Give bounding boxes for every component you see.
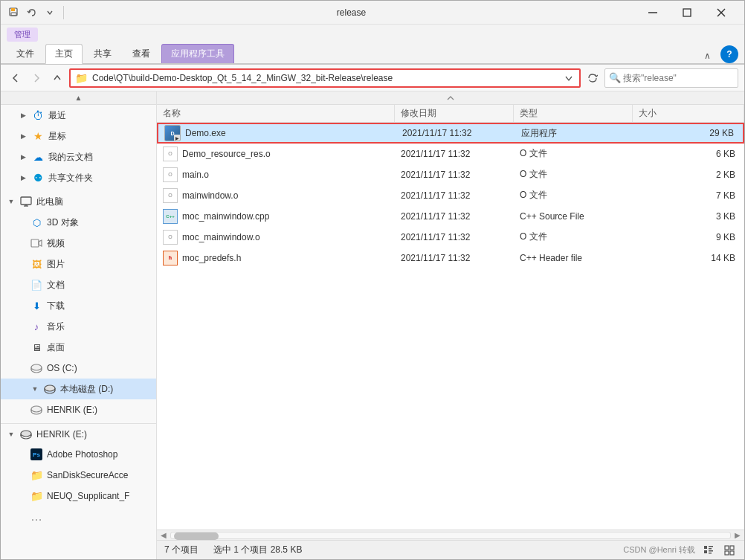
col-type-label: 类型 [520, 107, 538, 120]
svg-marker-11 [39, 240, 42, 246]
disk-c-icon [30, 362, 42, 374]
disk-e-icon [30, 404, 42, 416]
minimize-button[interactable] [636, 1, 670, 25]
tab-share[interactable]: 共享 [84, 44, 121, 63]
svg-point-27 [21, 431, 31, 437]
h-file-icon: h [163, 251, 178, 265]
close-button[interactable] [704, 1, 738, 25]
diskd-expand-arrow: ▼ [30, 384, 39, 393]
sidebar-label-diskd: 本地磁盘 (D:) [60, 383, 113, 396]
content-pane: 名称 修改日期 类型 大小 [157, 91, 744, 559]
back-button[interactable] [7, 69, 25, 87]
scroll-track[interactable] [170, 532, 731, 539]
file-name-3: mainwindow.o [182, 190, 238, 201]
up-button[interactable] [48, 69, 66, 87]
sidebar-up-arrow[interactable]: ▲ [1, 91, 156, 105]
sidebar-item-shared-folder[interactable]: ▶ ⚉ 共享文件夹 [1, 167, 156, 188]
refresh-button[interactable] [584, 69, 602, 87]
qa-dropdown-button[interactable] [42, 5, 57, 20]
file-name-1: Demo_resource_res.o [182, 149, 271, 159]
sidebar-label-osc: OS (C:) [47, 363, 77, 373]
search-icon: 🔍 [609, 72, 621, 83]
svg-point-19 [45, 385, 55, 391]
scroll-thumb[interactable] [174, 532, 219, 540]
ribbon-collapse-button[interactable]: ∧ [700, 48, 715, 63]
sidebar-label-cloud: 我的云文档 [48, 151, 93, 164]
ribbon-manage-tab[interactable]: 管理 [7, 28, 38, 42]
col-size[interactable]: 大小 [633, 105, 744, 122]
file-type-3: O 文件 [520, 189, 547, 202]
col-name[interactable]: 名称 [157, 105, 395, 122]
file-row[interactable]: h moc_predefs.h 2021/11/17 11:32 C++ Hea… [157, 248, 744, 268]
ribbon-content [1, 63, 744, 64]
tab-home[interactable]: 主页 [45, 44, 83, 64]
tab-view[interactable]: 查看 [123, 44, 160, 63]
file-type-2: O 文件 [520, 168, 547, 181]
forward-button[interactable] [28, 69, 45, 87]
tab-file[interactable]: 文件 [7, 44, 44, 63]
sidebar-item-desktop[interactable]: 🖥 桌面 [1, 337, 156, 358]
sidebar-item-video[interactable]: 视频 [1, 233, 156, 254]
address-dropdown-icon[interactable] [563, 72, 575, 84]
clock-icon: ⏱ [32, 109, 44, 121]
svg-rect-28 [704, 546, 707, 549]
col-type[interactable]: 类型 [514, 105, 633, 122]
help-button[interactable]: ? [720, 45, 738, 63]
sidebar-item-recent[interactable]: ▶ ⏱ 最近 [1, 105, 156, 126]
scroll-up-indicator[interactable] [157, 91, 744, 105]
large-icons-view-button[interactable] [722, 543, 737, 558]
maximize-button[interactable] [670, 1, 704, 25]
file-row[interactable]: O main.o 2021/11/17 11:32 O 文件 2 KB [157, 164, 744, 185]
col-date-label: 修改日期 [401, 107, 436, 120]
search-input[interactable] [604, 68, 738, 88]
col-date[interactable]: 修改日期 [395, 105, 514, 122]
sidebar-item-photoshop[interactable]: Ps Adobe Photoshop [1, 444, 156, 465]
svg-rect-1 [11, 8, 15, 11]
sidebar-item-osc[interactable]: OS (C:) [1, 358, 156, 379]
address-bar[interactable]: 📁 Code\QT\build-Demo-Desktop_Qt_5_14_2_M… [69, 68, 581, 88]
scroll-left-button[interactable]: ◀ [158, 532, 169, 539]
window: release 管理 文件 主页 共享 查看 应用程序工具 ∧ ? [0, 0, 745, 560]
sidebar-label-video: 视频 [47, 237, 65, 250]
file-name-2: main.o [182, 170, 209, 180]
sidebar-item-neuq[interactable]: 📁 NEUQ_Supplicant_F [1, 486, 156, 506]
sidebar-item-3d[interactable]: ⬡ 3D 对象 [1, 212, 156, 233]
sidebar-item-starred[interactable]: ▶ ★ 星标 [1, 126, 156, 147]
scroll-right-button[interactable]: ▶ [732, 532, 743, 539]
file-row[interactable]: O moc_mainwindow.o 2021/11/17 11:32 O 文件… [157, 227, 744, 248]
status-selected: 选中 1 个项目 28.5 KB [213, 544, 302, 556]
sidebar-item-disk-d[interactable]: ▼ 本地磁盘 (D:) [1, 379, 156, 399]
file-row[interactable]: D ▶ Demo.exe 2021/11/17 11:32 应用程序 29 KB [157, 123, 744, 144]
sidebar-item-henrik-e1[interactable]: HENRIK (E:) [1, 399, 156, 420]
file-type-4: C++ Source File [520, 211, 584, 222]
search-wrapper: 🔍 [604, 68, 738, 88]
save-qa-button[interactable] [7, 5, 22, 20]
svg-rect-35 [730, 546, 734, 550]
file-row[interactable]: C++ moc_mainwindow.cpp 2021/11/17 11:32 … [157, 206, 744, 227]
sidebar-item-henrik-section[interactable]: ▼ HENRIK (E:) [1, 423, 156, 444]
file-type-1: O 文件 [520, 147, 547, 160]
undo-qa-button[interactable] [25, 5, 39, 20]
file-row[interactable]: O mainwindow.o 2021/11/17 11:32 O 文件 7 K… [157, 185, 744, 206]
cloud-icon: ☁ [32, 151, 44, 163]
tab-app-tools[interactable]: 应用程序工具 [161, 44, 234, 63]
sidebar-item-downloads[interactable]: ⬇ 下载 [1, 295, 156, 316]
file-type-0: 应用程序 [521, 127, 557, 140]
sidebar-item-computer[interactable]: ▼ 此电脑 [1, 191, 156, 212]
horizontal-scrollbar[interactable]: ◀ ▶ [157, 530, 744, 540]
sidebar-label-computer: 此电脑 [36, 196, 63, 208]
column-headers: 名称 修改日期 类型 大小 [157, 105, 744, 123]
sidebar-item-more[interactable]: … [1, 506, 156, 527]
sidebar-label-desktop: 桌面 [47, 341, 65, 354]
sidebar-item-documents[interactable]: 📄 文档 [1, 274, 156, 295]
sidebar-item-sandisk[interactable]: 📁 SanDiskSecureAcce [1, 465, 156, 486]
file-date-5: 2021/11/17 11:32 [401, 232, 470, 242]
details-view-button[interactable] [701, 543, 716, 558]
title-bar-icons [7, 5, 67, 20]
sidebar-item-cloud[interactable]: ▶ ☁ 我的云文档 [1, 147, 156, 167]
sidebar-item-pictures[interactable]: 🖼 图片 [1, 254, 156, 274]
share-icon: ⚉ [32, 172, 44, 184]
window-title: release [67, 7, 636, 18]
file-row[interactable]: O Demo_resource_res.o 2021/11/17 11:32 O… [157, 144, 744, 164]
sidebar-item-music[interactable]: ♪ 音乐 [1, 316, 156, 337]
